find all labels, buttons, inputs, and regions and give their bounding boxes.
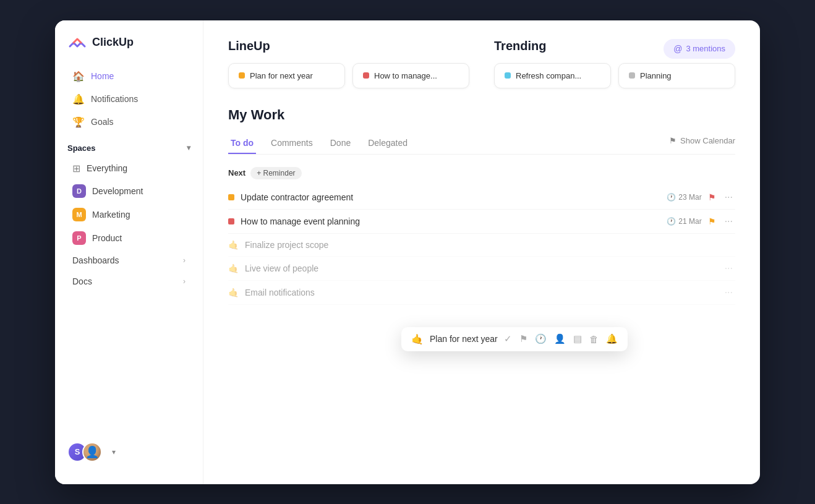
tab-comments-label: Comments: [271, 138, 313, 148]
task-row: 🤙 Live view of people ···: [228, 257, 735, 281]
nav-notifications-label: Notifications: [91, 94, 138, 104]
clock2-icon: 🕐: [667, 217, 676, 226]
task2-date: 🕐 21 Mar: [667, 217, 701, 226]
task1-name: Update contractor agreement: [241, 192, 660, 202]
nav-home[interactable]: 🏠 Home: [60, 65, 198, 88]
task5-icon: 🤙: [228, 288, 239, 297]
task2-more-button[interactable]: ···: [722, 216, 735, 227]
avatar-group[interactable]: S 👤: [67, 442, 102, 462]
task2-flag-icon: ⚑: [708, 216, 716, 226]
marketing-badge: M: [72, 208, 86, 221]
sidebar-item-everything-label: Everything: [87, 163, 127, 173]
mentions-label: 3 mentions: [686, 44, 725, 53]
tooltip-archive-icon[interactable]: ▤: [573, 333, 582, 344]
task1-flag-icon: ⚑: [708, 192, 716, 202]
sidebar-item-everything[interactable]: ⊞ Everything: [60, 158, 198, 179]
tab-done[interactable]: Done: [328, 133, 353, 154]
lineup-section: LineUp Plan for next year How to manage.…: [228, 39, 469, 88]
task5-name: Email notifications: [245, 288, 716, 297]
my-work-section: My Work To do Comments Done Delegated ⚑ …: [228, 107, 735, 305]
tooltip-trash-icon[interactable]: 🗑: [589, 334, 599, 344]
docs-chevron-icon: ›: [183, 277, 186, 286]
manage-dot: [363, 72, 369, 79]
tab-todo-label: To do: [231, 138, 254, 148]
lineup-title: LineUp: [228, 39, 469, 53]
reminder-label: + Reminder: [257, 169, 295, 177]
sidebar-item-development[interactable]: D Development: [60, 179, 198, 203]
next-label-row: Next + Reminder: [228, 167, 735, 179]
spaces-label: Spaces: [67, 143, 96, 153]
tooltip-clock-icon[interactable]: 🕐: [535, 333, 547, 344]
tooltip-task-name: Plan for next year: [430, 334, 498, 344]
tooltip-actions: ✓ ⚑ 🕐 👤 ▤ 🗑 🔔: [504, 333, 618, 344]
tooltip-person-icon[interactable]: 👤: [554, 333, 566, 344]
dashboards-chevron-icon: ›: [183, 256, 186, 265]
sidebar-item-development-label: Development: [92, 186, 143, 196]
trending-cards: Refresh compan... Planning: [494, 63, 735, 88]
nav-goals[interactable]: 🏆 Goals: [60, 111, 198, 134]
nav-dashboards[interactable]: Dashboards ›: [60, 250, 198, 271]
task-row: 🤙 Email notifications ···: [228, 281, 735, 305]
task2-date-text: 21 Mar: [678, 217, 701, 226]
clickup-logo-icon: [67, 33, 87, 53]
nav-goals-label: Goals: [91, 117, 114, 127]
task-row: Update contractor agreement 🕐 23 Mar ⚑ ·…: [228, 186, 735, 210]
sidebar-item-product[interactable]: P Product: [60, 226, 198, 250]
avatar-caret-icon[interactable]: ▾: [112, 448, 116, 456]
nav-notifications[interactable]: 🔔 Notifications: [60, 88, 198, 111]
nav-docs[interactable]: Docs ›: [60, 271, 198, 292]
show-calendar-button[interactable]: ⚑ Show Calendar: [669, 136, 735, 150]
spaces-section-header: Spaces ▾: [55, 134, 203, 158]
tab-comments[interactable]: Comments: [268, 133, 315, 154]
sidebar: ClickUp 🏠 Home 🔔 Notifications 🏆 Goals S…: [55, 20, 203, 484]
reminder-button[interactable]: + Reminder: [250, 167, 301, 179]
tab-delegated[interactable]: Delegated: [365, 133, 410, 154]
product-badge: P: [72, 231, 86, 245]
task-row: How to manage event planning 🕐 21 Mar ⚑ …: [228, 210, 735, 234]
top-section: LineUp Plan for next year How to manage.…: [228, 39, 735, 88]
plan-dot: [239, 72, 245, 79]
task5-more-button[interactable]: ···: [722, 287, 735, 298]
task1-dot: [228, 194, 234, 200]
home-icon: 🏠: [72, 70, 85, 82]
show-calendar-label: Show Calendar: [680, 136, 735, 145]
lineup-card-plan[interactable]: Plan for next year: [228, 63, 345, 88]
at-icon: @: [673, 44, 682, 54]
spaces-chevron-icon[interactable]: ▾: [187, 143, 190, 152]
task1-more-button[interactable]: ···: [722, 192, 735, 203]
everything-icon: ⊞: [72, 163, 80, 174]
mentions-button[interactable]: @ 3 mentions: [664, 39, 735, 59]
tooltip-bell-icon[interactable]: 🔔: [606, 333, 618, 344]
lineup-cards: Plan for next year How to manage...: [228, 63, 469, 88]
task4-icon: 🤙: [228, 263, 239, 273]
task4-more-button[interactable]: ···: [722, 263, 735, 274]
trending-card-refresh[interactable]: Refresh compan...: [494, 63, 611, 88]
task3-name: Finalize project scope: [245, 240, 735, 250]
dashboards-label: Dashboards: [72, 255, 119, 265]
goals-icon: 🏆: [72, 116, 85, 128]
task2-dot: [228, 218, 234, 224]
lineup-card-manage[interactable]: How to manage...: [352, 63, 469, 88]
task4-name: Live view of people: [245, 263, 716, 273]
tooltip-flag-icon[interactable]: ⚑: [519, 333, 527, 344]
tab-todo[interactable]: To do: [228, 133, 256, 154]
context-tooltip: 🤙 Plan for next year ✓ ⚑ 🕐 👤 ▤ 🗑 🔔: [401, 327, 628, 351]
app-name: ClickUp: [92, 36, 134, 49]
next-label-text: Next: [228, 168, 245, 177]
tabs-row: To do Comments Done Delegated ⚑ Show Cal…: [228, 133, 735, 155]
tooltip-task-icon: 🤙: [411, 333, 424, 345]
clock-icon: 🕐: [667, 193, 676, 202]
task3-icon: 🤙: [228, 240, 239, 250]
sidebar-footer: S 👤 ▾: [55, 432, 203, 472]
bell-icon: 🔔: [72, 93, 85, 105]
main-content: @ 3 mentions LineUp Plan for next year H…: [203, 20, 760, 484]
my-work-title: My Work: [228, 107, 735, 123]
trending-card-planning[interactable]: Planning: [618, 63, 735, 88]
tab-delegated-label: Delegated: [368, 138, 408, 148]
lineup-card-plan-label: Plan for next year: [250, 71, 313, 80]
sidebar-item-marketing[interactable]: M Marketing: [60, 203, 198, 226]
development-badge: D: [72, 184, 86, 198]
task1-date-text: 23 Mar: [678, 193, 701, 202]
nav-home-label: Home: [91, 71, 114, 81]
tooltip-check-icon[interactable]: ✓: [504, 333, 512, 344]
